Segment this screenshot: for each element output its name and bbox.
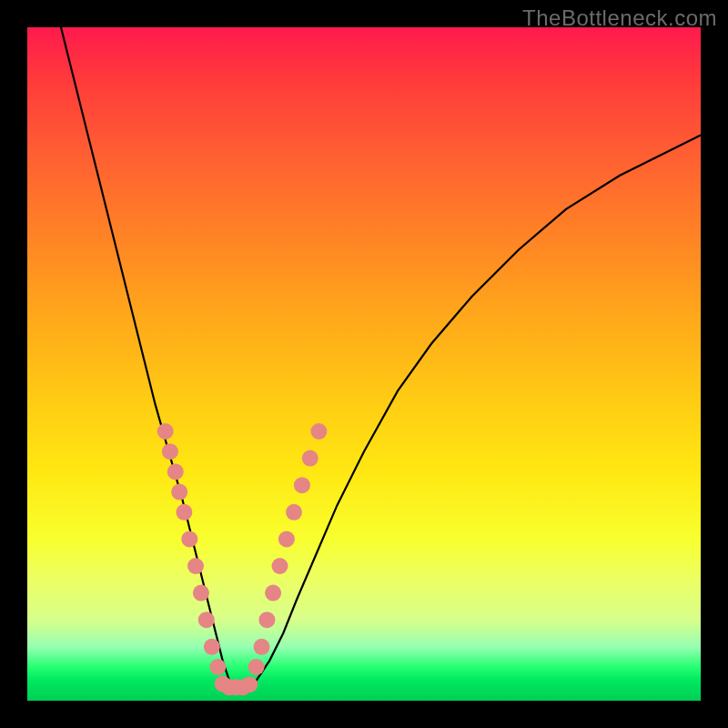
data-point (294, 477, 310, 493)
data-point (187, 558, 204, 574)
bottleneck-curve (61, 27, 701, 687)
data-point (248, 659, 265, 675)
data-point (209, 659, 226, 675)
data-point (167, 463, 184, 480)
data-point (181, 531, 197, 547)
data-point (198, 612, 215, 628)
data-point (286, 504, 302, 521)
data-point (204, 639, 220, 655)
data-point (193, 585, 209, 602)
data-point (162, 443, 178, 460)
data-point (265, 585, 281, 602)
data-point (176, 504, 192, 521)
data-point (278, 531, 295, 547)
data-point (258, 612, 275, 628)
data-point (241, 676, 258, 693)
data-point (171, 484, 187, 500)
data-point (302, 450, 318, 467)
data-point (157, 423, 174, 440)
data-point (272, 558, 288, 574)
data-point (310, 423, 327, 440)
data-markers (157, 423, 328, 695)
watermark-text: TheBottleneck.com (522, 5, 717, 31)
curve-overlay (27, 27, 701, 701)
data-point (254, 639, 270, 655)
